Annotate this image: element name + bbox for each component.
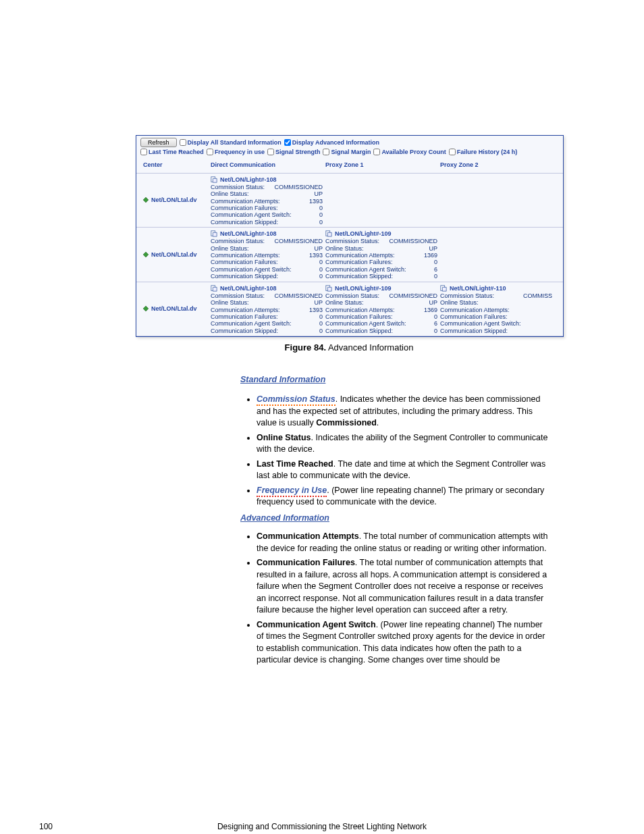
device-row: Net/LON/Ltal.dv Net/LON/Light#-108 Commi… xyxy=(136,228,563,282)
subhead-advanced-info: Advanced Information xyxy=(240,513,329,525)
adv-info-list: Communication Attempts. The total number… xyxy=(240,531,551,667)
proxy-chains-panel: Refresh Display All Standard Information… xyxy=(136,135,564,337)
cb-signal-margin[interactable]: Signal Margin xyxy=(323,149,371,155)
device-link[interactable]: Net/LON/Ltal.dv xyxy=(143,197,197,203)
column-headers: Center Direct Communication Proxy Zone 1… xyxy=(136,157,563,173)
block-title: Net/LON/Light#-110 xyxy=(450,285,506,292)
cb-display-all-std[interactable]: Display All Standard Information xyxy=(180,139,281,146)
cb-failure-history[interactable]: Failure History (24 h) xyxy=(449,149,518,155)
list-item: Communication Failures. The total number… xyxy=(257,557,551,617)
col-direct-header: Direct Communication xyxy=(211,161,323,168)
block-title: Net/LON/Light#-108 xyxy=(220,230,277,237)
cb-last-time-reached[interactable]: Last Time Reached xyxy=(140,149,204,155)
svg-marker-0 xyxy=(143,197,149,203)
svg-marker-5 xyxy=(143,306,149,311)
list-item: Frequency in Use. (Power line repeating … xyxy=(257,485,551,509)
device-link[interactable]: Net/LON/Ltal.dv xyxy=(143,305,197,312)
refresh-button[interactable]: Refresh xyxy=(140,138,177,147)
cb-frequency-in-use[interactable]: Frequency in use xyxy=(207,149,265,155)
list-item: Online Status. Indicates the ability of … xyxy=(257,432,551,456)
cb-signal-strength[interactable]: Signal Strength xyxy=(267,149,321,155)
device-icon xyxy=(440,285,447,292)
figure-caption: Figure 84. Advanced Information xyxy=(136,342,562,353)
device-icon xyxy=(211,176,217,183)
device-row: Net/LON/Ltal.dv Net/LON/Light#-108 Commi… xyxy=(136,282,563,336)
footer-note: Designing and Commissioning the Street L… xyxy=(0,822,644,831)
device-status-icon xyxy=(143,306,149,311)
block-title: Net/LON/Light#-108 xyxy=(220,285,277,292)
block-title: Net/LON/Light#-109 xyxy=(335,230,392,237)
device-icon xyxy=(211,230,217,237)
device-link[interactable]: Net/LON/Ltal.dv xyxy=(143,251,197,258)
col-proxy2-header: Proxy Zone 2 xyxy=(440,161,552,168)
svg-marker-2 xyxy=(143,252,149,257)
device-status-icon xyxy=(143,252,149,257)
col-proxy1-header: Proxy Zone 1 xyxy=(325,161,437,168)
subhead-standard-info: Standard Information xyxy=(240,374,325,386)
list-item: Communication Agent Switch. (Power line … xyxy=(257,619,551,667)
device-icon xyxy=(211,285,217,292)
list-item: Last Time Reached. The date and time at … xyxy=(257,459,551,482)
std-info-list: Commission Status. Indicates whether the… xyxy=(240,394,551,509)
block-title: Net/LON/Light#-109 xyxy=(335,285,392,292)
block-title: Net/LON/Light#-108 xyxy=(220,176,277,183)
device-status-icon xyxy=(143,197,149,203)
list-item: Communication Attempts. The total number… xyxy=(257,531,551,554)
cb-available-proxy-count[interactable]: Available Proxy Count xyxy=(373,149,446,155)
list-item: Commission Status. Indicates whether the… xyxy=(257,394,551,429)
device-row: Net/LON/Ltal.dv Net/LON/Light#-108 Commi… xyxy=(136,174,563,228)
col-center-header: Center xyxy=(140,161,208,168)
device-icon xyxy=(325,285,332,292)
cb-display-advanced[interactable]: Display Advanced Information xyxy=(284,139,379,146)
device-icon xyxy=(325,230,332,237)
